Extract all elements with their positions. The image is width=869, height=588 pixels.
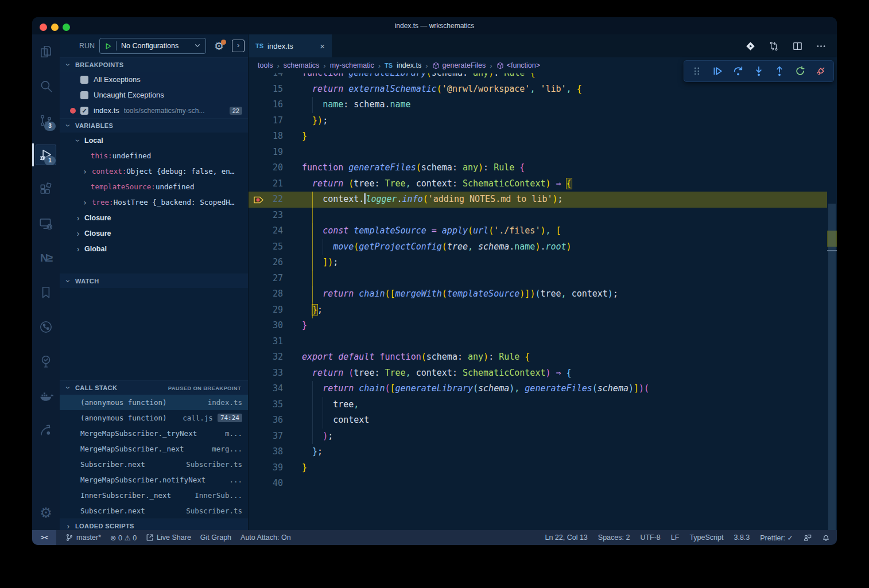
status-auto-attach-on[interactable]: Auto Attach: On (240, 534, 291, 542)
code-line-38[interactable]: 38 }; (249, 444, 827, 460)
open-debug-console-button[interactable]: › (232, 40, 245, 52)
activity-item-explorer[interactable] (32, 34, 60, 69)
variable-row[interactable]: ›tree: HostTree {_backend: ScopedH… (60, 194, 248, 210)
line-number[interactable]: 29 (249, 302, 283, 318)
scrollbar-thumb[interactable] (828, 204, 836, 530)
code-line-32[interactable]: 32export default function(schema: any): … (249, 349, 827, 365)
restart-button[interactable] (791, 63, 809, 80)
more-actions-icon[interactable] (816, 41, 827, 52)
breadcrumb-item[interactable]: tools (258, 61, 273, 69)
step-out-button[interactable] (770, 63, 789, 80)
code-line-33[interactable]: 33 return (tree: Tree, context: Schemati… (249, 365, 827, 381)
variable-row[interactable]: ›context: Object {debug: false, en… (60, 163, 248, 179)
status-bell[interactable] (822, 534, 830, 542)
line-number[interactable]: 31 (249, 334, 283, 350)
code-line-21[interactable]: 21 return (tree: Tree, context: Schemati… (249, 176, 827, 192)
watch-section-header[interactable]: › WATCH (60, 274, 248, 288)
line-number[interactable]: 14 (249, 73, 283, 81)
line-number[interactable]: 37 (249, 429, 283, 445)
status-feedback[interactable] (804, 534, 812, 542)
code-line-37[interactable]: 37 ); (249, 429, 827, 445)
status-typescript[interactable]: TypeScript (689, 534, 723, 542)
line-number[interactable]: 18 (249, 128, 283, 145)
code-line-30[interactable]: 30} (249, 318, 827, 334)
code-line-19[interactable]: 19 (249, 145, 827, 161)
code-line-35[interactable]: 35 tree, (249, 397, 827, 413)
code-line-24[interactable]: 24 const templateSource = apply(url('./f… (249, 223, 827, 239)
compare-changes-icon[interactable] (769, 41, 779, 52)
activity-item-source-control[interactable]: 3 (32, 103, 60, 138)
activity-item-remote-explorer[interactable] (32, 207, 60, 241)
line-number[interactable]: 30 (249, 318, 283, 334)
line-number[interactable]: 32 (249, 349, 283, 365)
line-number[interactable]: 39 (249, 460, 283, 476)
call-stack-frame[interactable]: MergeMapSubscriber.notifyNext... (60, 472, 248, 488)
activity-item-git-graph[interactable] (32, 310, 60, 344)
continue-button[interactable] (708, 63, 727, 80)
line-number[interactable]: 26 (249, 255, 283, 271)
activity-item-settings-gear[interactable]: ⚙ (32, 496, 60, 530)
line-number[interactable]: 34 (249, 381, 283, 397)
line-number[interactable]: 20 (249, 160, 283, 176)
status--0-0[interactable]: ⊗ 0 ⚠ 0 (110, 534, 137, 542)
breakpoint-row[interactable]: ✓index.tstools/schematics/my-sch...22 (60, 103, 248, 118)
line-number[interactable]: 15 (249, 81, 283, 98)
code-editor[interactable]: 14function generateLibrary(schema: any):… (249, 73, 837, 530)
call-stack-section-header[interactable]: › CALL STACK PAUSED ON BREAKPOINT (60, 380, 248, 395)
variables-scope-closure[interactable]: ›Closure (60, 225, 248, 241)
status-lf[interactable]: LF (671, 534, 680, 542)
code-line-36[interactable]: 36 context (249, 412, 827, 429)
line-number[interactable]: 36 (249, 412, 283, 429)
call-stack-frame[interactable]: MergeMapSubscriber._tryNextm... (60, 426, 248, 441)
breadcrumb-item[interactable]: <function> (496, 61, 540, 69)
checkbox[interactable]: ✓ (80, 107, 88, 115)
checkbox[interactable] (80, 76, 88, 84)
activity-item-testing[interactable] (32, 344, 60, 379)
code-line-16[interactable]: 16 name: schema.name (249, 97, 827, 113)
code-line-40[interactable]: 40 (249, 476, 827, 492)
checkbox[interactable] (80, 91, 88, 99)
status-master-[interactable]: master* (65, 534, 101, 542)
close-tab-icon[interactable]: × (320, 41, 325, 51)
call-stack-frame[interactable]: MergeMapSubscriber._nextmerg... (60, 441, 248, 457)
breakpoint-row[interactable]: All Exceptions (60, 72, 248, 87)
status-git-graph[interactable]: Git Graph (200, 534, 231, 542)
call-stack-frame[interactable]: Subscriber.nextSubscriber.ts (60, 503, 248, 519)
code-line-25[interactable]: 25 move(getProjectConfig(tree, schema.na… (249, 239, 827, 255)
activity-item-extensions[interactable] (32, 172, 60, 207)
code-line-39[interactable]: 39} (249, 460, 827, 476)
code-line-17[interactable]: 17 }); (249, 113, 827, 129)
code-line-27[interactable]: 27 (249, 271, 827, 287)
call-stack-frame[interactable]: (anonymous function)call.js74:24 (60, 410, 248, 426)
line-number[interactable]: 25 (249, 239, 283, 255)
breadcrumb-item[interactable]: TSindex.ts (385, 61, 421, 69)
activity-item-run-debug[interactable]: 1 (32, 138, 60, 172)
code-line-15[interactable]: 15 return externalSchematic('@nrwl/works… (249, 81, 827, 98)
line-number[interactable]: 19 (249, 145, 283, 161)
status-prettier-[interactable]: Prettier: ✓ (760, 534, 793, 542)
code-line-23[interactable]: 23 (249, 208, 827, 224)
step-over-button[interactable] (729, 63, 747, 80)
breadcrumb-item[interactable]: generateFiles (432, 61, 486, 69)
code-line-34[interactable]: 34 return chain([generateLibrary(schema)… (249, 381, 827, 397)
tab-index-ts[interactable]: TS index.ts × (249, 34, 332, 57)
code-line-20[interactable]: 20function generateFiles(schema: any): R… (249, 160, 827, 176)
line-number[interactable]: 21 (249, 176, 283, 192)
start-debug-icon[interactable] (104, 42, 112, 50)
call-stack-frame[interactable]: Subscriber.nextSubscriber.ts (60, 457, 248, 472)
line-number[interactable]: 27 (249, 271, 283, 287)
line-number[interactable]: 33 (249, 365, 283, 381)
line-number[interactable]: 24 (249, 223, 283, 239)
line-number[interactable]: 16 (249, 97, 283, 113)
line-number[interactable]: 38 (249, 444, 283, 460)
breakpoints-section-header[interactable]: › BREAKPOINTS (60, 57, 248, 72)
line-number[interactable]: 17 (249, 113, 283, 129)
open-changes-icon[interactable] (745, 41, 756, 52)
breadcrumb-item[interactable]: my-schematic (330, 61, 374, 69)
code-line-28[interactable]: 28 return chain([mergeWith(templateSourc… (249, 286, 827, 302)
disconnect-button[interactable] (812, 63, 830, 80)
line-number[interactable]: 23 (249, 208, 283, 224)
variables-scope-closure[interactable]: ›Closure (60, 210, 248, 225)
activity-item-search[interactable] (32, 69, 60, 103)
activity-item-docker[interactable] (32, 379, 60, 413)
